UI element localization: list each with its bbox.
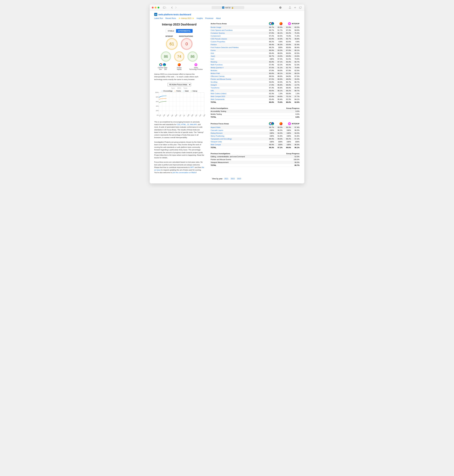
- year-link-2021[interactable]: 2021: [224, 178, 228, 180]
- intro-paragraph: Interop 2023 is a cross-browser effort t…: [154, 73, 204, 81]
- site-title[interactable]: web-platform-tests dashboard: [159, 13, 191, 16]
- toggle-experimental[interactable]: EXPERIMENTAL: [176, 29, 193, 33]
- focus-area-link[interactable]: Color Spaces and Functions: [211, 29, 233, 31]
- titlebar: ⌄ fyi wpt.fyi 🔒: [150, 5, 304, 11]
- focus-area-link[interactable]: Grid: [211, 52, 214, 54]
- focus-area-link[interactable]: Media Queries 4: [211, 67, 223, 68]
- page-title: Interop 2023 Dashboard: [154, 23, 204, 26]
- active-focus-areas-table: Active Focus Areas INTEROP Border Image8…: [210, 22, 300, 104]
- focus-area-link[interactable]: Flexbox: [211, 44, 217, 45]
- ring-label-investigations: INVESTIGATIONS: [179, 35, 193, 37]
- table-row: Container Queries97.8%86.1%83.2%75.3%: [210, 32, 300, 35]
- focus-area-link[interactable]: Math Functions: [211, 64, 223, 66]
- new-tab-icon[interactable]: [293, 6, 297, 9]
- chrome-header-icon: [269, 22, 272, 25]
- table-row: Viewport Units100%100%100%100%: [210, 140, 300, 143]
- sublink-tests[interactable]: Tests: [183, 87, 187, 89]
- table-row: Math Functions57.4%62.2%86.0%52.3%: [210, 63, 300, 66]
- focus-area-link[interactable]: Font Feature Detection and Palettes: [211, 46, 239, 48]
- browser-safari: Safari Technology Preview: [189, 63, 203, 70]
- previous-investigations-table: Previous Investigations Group Progress E…: [210, 152, 300, 167]
- investigation-paragraph: Investigation Projects are group project…: [154, 141, 204, 159]
- sublink-mdn[interactable]: MDN: [177, 87, 181, 89]
- share-icon[interactable]: [288, 6, 292, 9]
- nav-about[interactable]: About: [216, 17, 221, 19]
- focus-area-link[interactable]: Motion Path: [211, 73, 220, 74]
- safari-tp-icon: [194, 63, 197, 66]
- year-link-2023[interactable]: 2023: [237, 178, 241, 180]
- focus-area-link[interactable]: Masking: [211, 61, 217, 63]
- zoom-window-icon[interactable]: [158, 7, 159, 8]
- table-row: Cascade Layers100%96.3%100%96.3%: [210, 129, 300, 132]
- channel-toggle: STABLE EXPERIMENTAL: [166, 29, 193, 33]
- focus-area-link[interactable]: Cascade Layers: [211, 129, 223, 131]
- browser-firefox: Firefox Nightly: [172, 63, 186, 70]
- table-total-row: TOTAL86.8%75.0%86.0%62.0%: [210, 101, 300, 104]
- focus-area-link[interactable]: Subgrid: [211, 84, 217, 86]
- focus-area-link[interactable]: Web Codecs (video): [211, 93, 226, 94]
- table-row: Modules97.8%64.0%87.9%62.5%: [210, 69, 300, 72]
- focus-area-link[interactable]: Container Queries: [211, 32, 225, 34]
- table-row: Font Feature Detection and Palettes96.2%…: [210, 46, 300, 49]
- focus-area-link[interactable]: Containment: [211, 35, 220, 37]
- table-row: Mobile Testing0.0%: [210, 113, 300, 116]
- focus-area-link[interactable]: Aspect Ratio: [211, 126, 220, 128]
- nav-latest-run[interactable]: Latest Run: [154, 17, 163, 19]
- focus-area-link[interactable]: Border Image: [211, 26, 221, 28]
- traffic-lights: [152, 7, 159, 8]
- nav-recent-runs[interactable]: Recent Runs: [166, 17, 176, 19]
- tabs-icon[interactable]: [299, 6, 302, 9]
- focus-area-link[interactable]: Viewport Units: [211, 141, 222, 143]
- page-content: fyi web-platform-tests dashboard Latest …: [150, 11, 304, 183]
- table-row: Pointer and Mouse Events100.0%: [210, 158, 300, 161]
- right-column: Active Focus Areas INTEROP Border Image8…: [210, 22, 300, 176]
- svg-rect-3: [280, 7, 281, 7]
- focus-area-link[interactable]: Sticky Positioning: [211, 135, 224, 137]
- description-paragraph: This is accomplished by encouraging brow…: [154, 121, 204, 139]
- table-row: Motion Path80.8%88.1%92.5%68.2%: [210, 72, 300, 75]
- focus-area-link[interactable]: Modules: [211, 70, 217, 71]
- table-row: Sticky Positioning100%91.6%100%91.6%: [210, 135, 300, 137]
- focus-area-link[interactable]: Offscreen Canvas: [211, 75, 225, 77]
- close-window-icon[interactable]: [152, 7, 154, 8]
- year-link-2022[interactable]: 2022: [231, 178, 235, 180]
- sublink-spec[interactable]: Spec: [171, 87, 175, 89]
- table-total-row: TOTAL99.3%97.1%99.6%96.1%: [210, 146, 300, 149]
- table-total-row: TOTAL80.7%: [210, 164, 300, 167]
- focus-area-link[interactable]: Custom Properties: [211, 41, 225, 43]
- toggle-stable[interactable]: STABLE: [166, 29, 176, 33]
- focus-area-link[interactable]: Web Compat 2023: [211, 96, 225, 97]
- contribute-paragraph: Focus Area scores are calculated based o…: [154, 161, 204, 174]
- focus-area-link[interactable]: Web Components: [211, 98, 225, 100]
- nav-interop-2023[interactable]: ✨ Interop 2023 ✨: [178, 17, 194, 19]
- svg-rect-7: [300, 7, 302, 8]
- active-investigations-table: Active Investigations Group Progress Acc…: [210, 107, 300, 119]
- nav-processor[interactable]: Processor: [205, 17, 213, 19]
- back-icon[interactable]: [171, 7, 173, 9]
- focus-area-select[interactable]: All Active Focus Areas: [167, 83, 191, 86]
- focus-area-link[interactable]: Pointer and Mouse Events: [211, 78, 231, 80]
- focus-area-link[interactable]: Inert: [211, 58, 214, 60]
- focus-area-link[interactable]: CSS Pseudo-classes: [211, 38, 227, 40]
- focus-area-link[interactable]: Scrolling: [211, 81, 217, 83]
- col-header-firefox: [274, 22, 283, 26]
- focus-area-link[interactable]: Dialog Element: [211, 132, 222, 134]
- focus-area-link[interactable]: Web Compat: [211, 144, 221, 146]
- table-row: Color Spaces and Functions99.7%51.7%97.3…: [210, 29, 300, 32]
- table-row: Aspect Ratio98.7%99.3%99.3%97.4%: [210, 126, 300, 129]
- focus-area-link[interactable]: Transforms: [211, 87, 219, 89]
- focus-area-link[interactable]: Forms: [211, 49, 216, 51]
- chart-yaxis: 100%80%60%40%20%0%: [154, 92, 159, 116]
- focus-area-link[interactable]: URL: [211, 90, 214, 92]
- focus-area-link[interactable]: :has(): [211, 55, 215, 57]
- table-row: Grid99.4%88.0%90.6%82.5%: [210, 52, 300, 55]
- safari-header-icon: [288, 22, 291, 25]
- nav-insights[interactable]: Insights: [197, 17, 203, 19]
- minimize-window-icon[interactable]: [155, 7, 157, 8]
- table-row: Pointer and Mouse Events67.5%80.9%46.6%3…: [210, 78, 300, 81]
- address-bar[interactable]: fyi wpt.fyi 🔒: [178, 6, 277, 9]
- sidebar-toggle-icon[interactable]: ⌄: [162, 7, 167, 8]
- focus-area-link[interactable]: Typography and Encodings: [211, 138, 232, 140]
- site-logo-icon[interactable]: fyi: [154, 13, 157, 16]
- reader-mode-icon[interactable]: [279, 6, 282, 9]
